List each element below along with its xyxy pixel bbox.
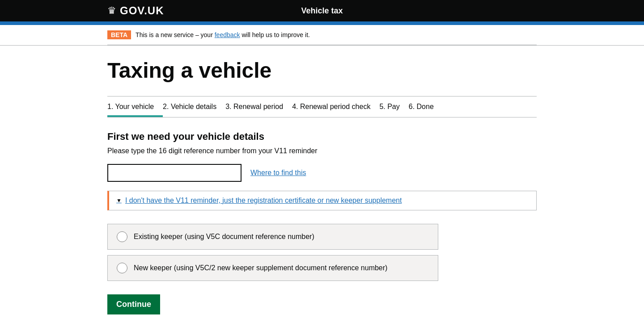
beta-banner: BETA This is a new service – your feedba… <box>107 25 537 45</box>
continue-button[interactable]: Continue <box>107 294 160 314</box>
no-v11-link-text: I don't have the V11 reminder, just the … <box>125 197 402 205</box>
gov-uk-text: GOV.UK <box>120 4 164 17</box>
reference-input-row: Where to find this <box>107 164 537 182</box>
step-1-your-vehicle[interactable]: 1. Your vehicle <box>107 96 163 117</box>
beta-text: This is a new service – your feedback wi… <box>136 31 310 38</box>
step-4-renewal-period-check[interactable]: 4. Renewal period check <box>292 96 379 117</box>
v11-reference-input[interactable] <box>107 164 242 182</box>
new-keeper-option[interactable]: New keeper (using V5C/2 new keeper suppl… <box>107 255 438 281</box>
keeper-radio-group: Existing keeper (using V5C document refe… <box>107 224 537 281</box>
main-content: Taxing a vehicle 1. Your vehicle 2. Vehi… <box>107 46 537 331</box>
triangle-icon: ▼ <box>116 197 122 204</box>
gov-uk-logo[interactable]: ♛ GOV.UK <box>107 4 164 17</box>
step-6-done[interactable]: 6. Done <box>409 96 443 117</box>
service-title: Vehicle tax <box>301 6 343 16</box>
step-2-vehicle-details[interactable]: 2. Vehicle details <box>163 96 225 117</box>
beta-tag: BETA <box>107 30 131 39</box>
no-v11-summary[interactable]: ▼ I don't have the V11 reminder, just th… <box>109 191 536 210</box>
where-to-find-link[interactable]: Where to find this <box>250 169 306 177</box>
form-hint: Please type the 16 digit reference numbe… <box>107 147 537 155</box>
existing-keeper-label: Existing keeper (using V5C document refe… <box>134 233 314 241</box>
no-v11-details[interactable]: ▼ I don't have the V11 reminder, just th… <box>107 191 537 210</box>
steps-list: 1. Your vehicle 2. Vehicle details 3. Re… <box>107 96 537 117</box>
new-keeper-radio[interactable] <box>117 263 127 273</box>
new-keeper-label: New keeper (using V5C/2 new keeper suppl… <box>134 264 387 272</box>
step-3-renewal-period[interactable]: 3. Renewal period <box>225 96 292 117</box>
feedback-link[interactable]: feedback <box>215 31 240 38</box>
form-section-title: First we need your vehicle details <box>107 131 537 142</box>
site-header: ♛ GOV.UK Vehicle tax <box>0 0 644 21</box>
crown-icon: ♛ <box>107 5 116 17</box>
page-title: Taxing a vehicle <box>107 59 537 83</box>
existing-keeper-radio[interactable] <box>117 231 127 242</box>
step-5-pay[interactable]: 5. Pay <box>379 96 408 117</box>
existing-keeper-option[interactable]: Existing keeper (using V5C document refe… <box>107 224 438 250</box>
no-v11-details-element[interactable]: ▼ I don't have the V11 reminder, just th… <box>109 191 536 210</box>
blue-bar <box>0 21 644 25</box>
steps-navigation: 1. Your vehicle 2. Vehicle details 3. Re… <box>107 96 537 117</box>
